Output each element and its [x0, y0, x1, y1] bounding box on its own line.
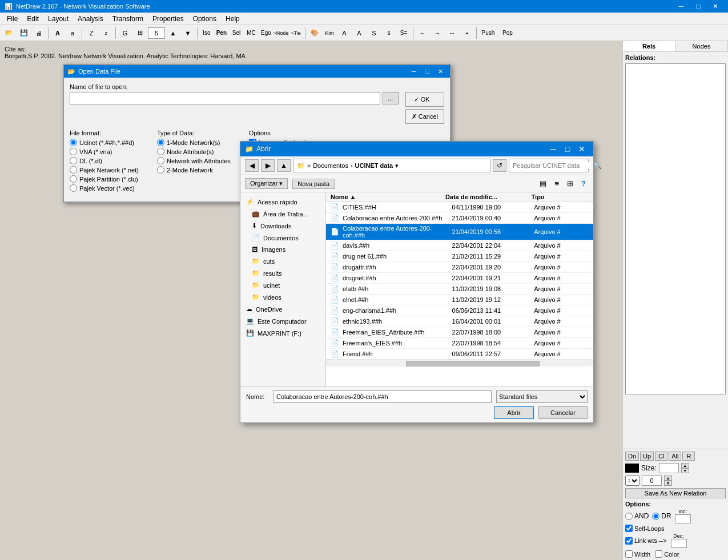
tb-color[interactable]: 🎨 [308, 27, 321, 39]
menu-transform[interactable]: Transform [108, 14, 148, 24]
file-row-freemanattr[interactable]: 📄 Freeman_EIES_Attribute.##h 22/07/1998 … [326, 327, 593, 338]
breadcrumb-dropdown[interactable]: ▾ [395, 162, 399, 170]
organizar-button[interactable]: Organizar ▾ [245, 178, 288, 189]
tb-zoomout[interactable]: z [99, 27, 113, 39]
tb-push[interactable]: Push [479, 27, 497, 39]
tb-kim[interactable]: Kim [323, 27, 336, 39]
view-btn2[interactable]: ⊞ [564, 178, 576, 190]
radio-net-attr[interactable] [157, 157, 164, 164]
sidebar-ucinet[interactable]: 📁 ucinet [240, 279, 325, 291]
file-name-input[interactable] [70, 92, 380, 104]
open-data-minimize[interactable]: ─ [408, 66, 420, 76]
file-row-drugnet61[interactable]: 📄 drug net 61.##h 21/02/2011 15:29 Arqui… [326, 251, 593, 262]
save-as-new-relation-button[interactable]: Save As New Relation [625, 488, 726, 498]
btn-cl[interactable]: Cl [655, 452, 667, 461]
abrir-maximize[interactable]: □ [561, 143, 574, 155]
tb-s2[interactable]: s [382, 27, 396, 39]
tb-a2[interactable]: A [352, 27, 366, 39]
radio-dr[interactable] [652, 513, 659, 520]
cancelar-button[interactable]: Cancelar [538, 406, 588, 419]
inc-input[interactable]: 1 [675, 514, 691, 523]
val-input[interactable] [642, 476, 662, 486]
file-row-elattr[interactable]: 📄 elattr.##h 11/02/2019 19:08 Arquivo # [326, 284, 593, 295]
sidebar-quick-access[interactable]: ⚡ Acesso rápido [240, 196, 325, 208]
ok-button[interactable]: ✓ OK [405, 92, 444, 107]
open-data-maximize[interactable]: □ [421, 66, 433, 76]
menu-layout[interactable]: Layout [43, 14, 73, 24]
radio-1mode[interactable] [157, 139, 164, 146]
menu-options[interactable]: Options [188, 14, 221, 24]
file-row-colab200[interactable]: 📄 Colaboracao entre Autores-200.##h 21/0… [326, 213, 593, 224]
sidebar-images[interactable]: 🖼 Imagens [240, 244, 325, 255]
cb-link-wts[interactable] [625, 537, 633, 545]
tb-bold[interactable]: A [51, 27, 65, 39]
tb-arrow2[interactable]: → [431, 27, 444, 39]
browse-button[interactable]: ... [383, 92, 399, 104]
tb-arrow3[interactable]: ↔ [445, 27, 459, 39]
radio-pajek-clu[interactable] [70, 175, 77, 183]
tb-zoomin[interactable]: Z [85, 27, 98, 39]
tab-rels[interactable]: Rels [623, 41, 675, 51]
tb-print[interactable]: 🖨 [32, 27, 46, 39]
file-row-engcharisma[interactable]: 📄 eng-charisma1.##h 06/06/2013 11:41 Arq… [326, 305, 593, 316]
view-detail-btn[interactable]: ≡ [552, 178, 562, 190]
col-date-header[interactable]: Data de modific... [445, 194, 532, 200]
tb-pen[interactable]: Pen [215, 27, 228, 39]
radio-2mode[interactable] [157, 166, 164, 174]
cb-color[interactable] [655, 550, 662, 558]
val-inc[interactable]: ▲ [664, 476, 672, 481]
menu-edit[interactable]: Edit [22, 14, 43, 24]
sidebar-maxprint[interactable]: 💾 MAXPRINT (F:) [240, 327, 325, 339]
open-data-close[interactable]: ✕ [434, 66, 447, 76]
close-button[interactable]: ✕ [707, 1, 723, 11]
tb-ego[interactable]: Ego [259, 27, 273, 39]
sidebar-downloads[interactable]: ⬇ Downloads [240, 220, 325, 232]
cb-width[interactable] [625, 550, 633, 558]
radio-and[interactable] [625, 513, 633, 520]
tb-g[interactable]: G [118, 27, 132, 39]
search-input[interactable] [513, 162, 592, 169]
sidebar-documents[interactable]: 📄 Documentos [240, 232, 325, 244]
abrir-close[interactable]: ✕ [575, 143, 589, 155]
radio-pajek-vec[interactable] [70, 184, 77, 192]
btn-dn[interactable]: Dn [625, 452, 639, 461]
tab-nodes[interactable]: Nodes [675, 41, 728, 51]
maximize-button[interactable]: □ [690, 1, 706, 11]
tb-up[interactable]: ▲ [166, 27, 180, 39]
sidebar-desktop[interactable]: 💼 Área de Traba... [240, 208, 325, 220]
nav-up[interactable]: ▲ [277, 159, 291, 172]
filetype-select[interactable]: Standard files All files (*.*) [496, 390, 588, 403]
radio-node-attr[interactable] [157, 148, 164, 155]
zoom-input[interactable]: 5 [148, 27, 165, 39]
color-swatch[interactable] [625, 464, 639, 473]
nome-input[interactable] [273, 390, 492, 403]
file-row-colab200coh[interactable]: 📄 Colaboracao entre Autores-200-coh.##h … [326, 224, 593, 240]
file-row-friend[interactable]: 📄 Friend.##h 09/06/2011 22:57 Arquivo # [326, 349, 593, 360]
sidebar-videos[interactable]: 📁 videos [240, 291, 325, 303]
menu-analysis[interactable]: Analysis [73, 14, 108, 24]
nav-refresh[interactable]: ↺ [493, 159, 506, 172]
tb-tie[interactable]: ~Tie [289, 27, 303, 39]
tb-pop[interactable]: Pop [498, 27, 517, 39]
abrir-minimize[interactable]: ─ [546, 143, 560, 155]
btn-all[interactable]: All [669, 452, 681, 461]
breadcrumb-docs[interactable]: Documentos [313, 162, 348, 169]
help-icon-btn[interactable]: ? [578, 178, 589, 190]
file-row-elnet[interactable]: 📄 elnet.##h 11/02/2019 19:12 Arquivo # [326, 295, 593, 305]
menu-help[interactable]: Help [221, 14, 244, 24]
sidebar-results[interactable]: 📁 results [240, 267, 325, 279]
val-dec[interactable]: ▼ [664, 481, 672, 486]
size-inc[interactable]: ▲ [681, 463, 689, 468]
file-row-ethnic[interactable]: 📄 ethnic193.##h 16/04/2001 00:01 Arquivo… [326, 316, 593, 327]
nova-pasta-button[interactable]: Nova pasta [292, 179, 335, 189]
radio-pajek-net[interactable] [70, 166, 77, 174]
col-type-header[interactable]: Tipo [532, 194, 589, 200]
val-operator-select[interactable]: > = < [625, 476, 639, 486]
horizontal-scrollbar[interactable] [326, 360, 593, 366]
file-row-drugnet[interactable]: 📄 drugnet.##h 22/04/2001 19:21 Arquivo # [326, 273, 593, 284]
size-dec[interactable]: ▼ [681, 468, 689, 473]
file-row-freemaneies[interactable]: 📄 Freeman's_EIES.##h 22/07/1998 18:54 Ar… [326, 338, 593, 349]
tb-down[interactable]: ▼ [181, 27, 195, 39]
tb-node[interactable]: ~Node [274, 27, 288, 39]
tb-a1[interactable]: A [337, 27, 351, 39]
